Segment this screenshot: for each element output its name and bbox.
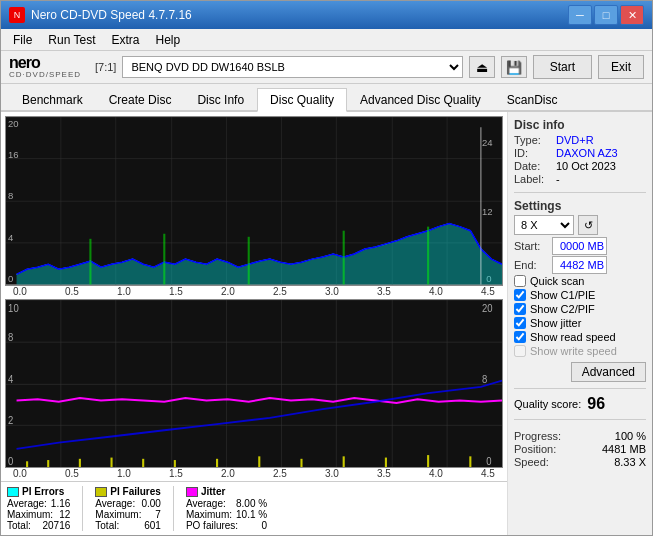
menu-run-test[interactable]: Run Test — [40, 31, 103, 49]
legend-pi-errors: PI Errors Average: 1.16 Maximum: 12 Tota… — [7, 486, 70, 531]
svg-text:12: 12 — [482, 208, 493, 218]
legend-area: PI Errors Average: 1.16 Maximum: 12 Tota… — [1, 481, 507, 535]
progress-section: Progress: 100 % Position: 4481 MB Speed:… — [514, 430, 646, 469]
svg-text:16: 16 — [8, 150, 19, 160]
label-label: Label: — [514, 173, 552, 185]
legend-pi-failures: PI Failures Average: 0.00 Maximum: 7 Tot… — [95, 486, 161, 531]
start-value[interactable] — [552, 237, 607, 255]
menu-help[interactable]: Help — [148, 31, 189, 49]
c2pif-row: Show C2/PIF — [514, 303, 646, 315]
settings-title: Settings — [514, 199, 646, 213]
jitter-color — [186, 487, 198, 497]
date-value: 10 Oct 2023 — [556, 160, 616, 172]
c2pif-checkbox[interactable] — [514, 303, 526, 315]
close-button[interactable]: ✕ — [620, 5, 644, 25]
read-speed-checkbox[interactable] — [514, 331, 526, 343]
progress-label: Progress: — [514, 430, 561, 442]
c2pif-label: Show C2/PIF — [530, 303, 595, 315]
end-label: End: — [514, 259, 552, 271]
end-row: End: — [514, 256, 646, 274]
drive-select[interactable]: BENQ DVD DD DW1640 BSLB — [122, 56, 462, 78]
pi-errors-color — [7, 487, 19, 497]
pi-failures-avg-value: 0.00 — [141, 498, 160, 509]
write-speed-label: Show write speed — [530, 345, 617, 357]
logo-nero: nero — [9, 55, 81, 71]
pi-errors-avg-label: Average: — [7, 498, 47, 509]
maximize-button[interactable]: □ — [594, 5, 618, 25]
chart2-svg: 0 2 4 8 10 0 8 20 — [6, 300, 502, 468]
jitter-checkbox[interactable] — [514, 317, 526, 329]
tab-disc-info[interactable]: Disc Info — [184, 88, 257, 112]
type-label: Type: — [514, 134, 552, 146]
refresh-button[interactable]: ↺ — [578, 215, 598, 235]
menu-extra[interactable]: Extra — [103, 31, 147, 49]
eject-button[interactable]: ⏏ — [469, 56, 495, 78]
tab-create-disc[interactable]: Create Disc — [96, 88, 185, 112]
svg-text:8: 8 — [482, 373, 487, 385]
start-button[interactable]: Start — [533, 55, 592, 79]
jitter-avg-value: 8.00 % — [236, 498, 267, 509]
exit-button[interactable]: Exit — [598, 55, 644, 79]
id-label: ID: — [514, 147, 552, 159]
svg-text:8: 8 — [8, 191, 13, 201]
jitter-row: Show jitter — [514, 317, 646, 329]
legend-sep1 — [82, 486, 83, 531]
type-value: DVD+R — [556, 134, 594, 146]
speed-select[interactable]: 8 X Max 2 X 4 X 16 X — [514, 215, 574, 235]
pi-failures-title: PI Failures — [110, 486, 161, 497]
titlebar-title: N Nero CD-DVD Speed 4.7.7.16 — [9, 7, 568, 23]
pi-failures-color — [95, 487, 107, 497]
read-speed-row: Show read speed — [514, 331, 646, 343]
tab-benchmark[interactable]: Benchmark — [9, 88, 96, 112]
jitter-max-label: Maximum: — [186, 509, 232, 520]
c1pie-row: Show C1/PIE — [514, 289, 646, 301]
svg-text:20: 20 — [482, 302, 493, 314]
speed-row-progress: Speed: 8.33 X — [514, 456, 646, 468]
legend-jitter: Jitter Average: 8.00 % Maximum: 10.1 % P… — [186, 486, 267, 531]
app-icon: N — [9, 7, 25, 23]
tab-bar: Benchmark Create Disc Disc Info Disc Qua… — [1, 86, 652, 112]
menu-file[interactable]: File — [5, 31, 40, 49]
progress-value: 100 % — [615, 430, 646, 442]
advanced-button[interactable]: Advanced — [571, 362, 646, 382]
pi-errors-total-value: 20716 — [43, 520, 71, 531]
svg-text:0: 0 — [8, 275, 13, 285]
svg-text:0: 0 — [486, 455, 491, 467]
tab-scan-disc[interactable]: ScanDisc — [494, 88, 571, 112]
tab-disc-quality[interactable]: Disc Quality — [257, 88, 347, 112]
pi-errors-avg-value: 1.16 — [51, 498, 70, 509]
svg-text:24: 24 — [482, 139, 493, 149]
chart1-x-axis: 0.0 0.5 1.0 1.5 2.0 2.5 3.0 3.5 4.0 4.5 — [5, 286, 503, 297]
jitter-avg-label: Average: — [186, 498, 226, 509]
pi-failures-total-value: 601 — [144, 520, 161, 531]
write-speed-checkbox[interactable] — [514, 345, 526, 357]
c1pie-checkbox[interactable] — [514, 289, 526, 301]
jitter-po-label: PO failures: — [186, 520, 238, 531]
pi-errors-max-label: Maximum: — [7, 509, 53, 520]
disc-info-section: Disc info Type: DVD+R ID: DAXON AZ3 Date… — [514, 118, 646, 186]
id-value: DAXON AZ3 — [556, 147, 618, 159]
save-button[interactable]: 💾 — [501, 56, 527, 78]
tab-advanced-disc-quality[interactable]: Advanced Disc Quality — [347, 88, 494, 112]
progress-row: Progress: 100 % — [514, 430, 646, 442]
svg-text:4: 4 — [8, 233, 13, 243]
titlebar: N Nero CD-DVD Speed 4.7.7.16 ─ □ ✕ — [1, 1, 652, 29]
toolbar: nero CD·DVD/SPEED [7:1] BENQ DVD DD DW16… — [1, 51, 652, 84]
end-value[interactable] — [552, 256, 607, 274]
c1pie-label: Show C1/PIE — [530, 289, 595, 301]
pi-errors-max-value: 12 — [59, 509, 70, 520]
start-label: Start: — [514, 240, 552, 252]
main-content: 0 4 8 16 20 0 12 24 — [1, 112, 652, 535]
disc-info-title: Disc info — [514, 118, 646, 132]
nero-logo: nero CD·DVD/SPEED — [9, 55, 81, 79]
position-label: Position: — [514, 443, 556, 455]
minimize-button[interactable]: ─ — [568, 5, 592, 25]
quality-score-value: 96 — [587, 395, 605, 413]
quality-score-label: Quality score: — [514, 398, 581, 410]
jitter-label: Show jitter — [530, 317, 581, 329]
drive-label: [7:1] — [95, 61, 116, 73]
date-label: Date: — [514, 160, 552, 172]
svg-text:2: 2 — [8, 414, 13, 426]
pi-failures-max-label: Maximum: — [95, 509, 141, 520]
quick-scan-checkbox[interactable] — [514, 275, 526, 287]
